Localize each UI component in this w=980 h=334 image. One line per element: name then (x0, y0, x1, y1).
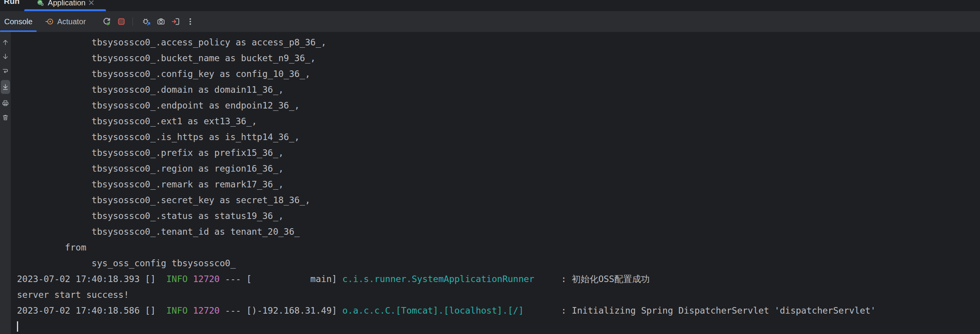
thread-dump-icon (156, 17, 166, 26)
console-line: tbsysossco0_.region as region16_36_, (17, 161, 980, 177)
rerun-icon (102, 17, 111, 26)
tab-actuator[interactable]: Actuator (41, 11, 90, 32)
console-gutter (0, 32, 11, 334)
log-message: : 初始化OSS配置成功 (534, 274, 649, 284)
console-line: tbsysossco0_.remark as remark17_36_, (17, 177, 980, 192)
tab-console[interactable]: Console (0, 11, 37, 32)
print-button[interactable] (1, 98, 10, 108)
spring-boot-icon (37, 0, 44, 7)
log-pid: 12720 (188, 306, 220, 316)
soft-wrap-button[interactable] (1, 66, 10, 76)
console-line: tbsysossco0_.endpoint as endpoin12_36_, (17, 98, 980, 114)
run-header: Run Application (0, 0, 980, 11)
console-line: from (17, 240, 980, 256)
more-options-button[interactable] (185, 16, 196, 27)
attach-debugger-icon (142, 17, 151, 26)
console-line: tbsysossco0_.is_https as is_http14_36_, (17, 129, 980, 145)
log-timestamp: 2023-07-02 17:40:18.393 [] (17, 274, 166, 284)
console-line: tbsysossco0_.access_key as access_k7_36_… (17, 32, 980, 35)
attach-debugger-button[interactable] (141, 16, 152, 27)
exit-button[interactable] (170, 16, 181, 27)
log-pid: 12720 (188, 274, 220, 284)
log-thread: --- [)-192.168.31.49] (220, 306, 342, 316)
tab-console-label: Console (4, 17, 32, 26)
log-logger: c.i.s.runner.SystemApplicationRunner (342, 274, 535, 284)
clear-all-button[interactable] (1, 112, 10, 122)
console-line: tbsysossco0_.domain as domain11_36_, (17, 82, 980, 98)
scroll-to-end-icon (2, 83, 9, 91)
console-tab-indicator (0, 30, 37, 32)
tab-application[interactable]: Application (24, 0, 106, 10)
console-line: tbsysossco0_.bucket_name as bucket_n9_36… (17, 50, 980, 66)
console-line: tbsysossco0_.secret_key as secret_18_36_… (17, 192, 980, 208)
up-stack-trace-icon (2, 38, 9, 46)
log-message: : Initializing Spring DispatcherServlet … (524, 306, 876, 316)
close-icon[interactable] (89, 0, 94, 5)
console-line: tbsysossco0_.config_key as config_10_36_… (17, 66, 980, 82)
console-line: tbsysossco0_.access_policy as access_p8_… (17, 35, 980, 50)
log-line: 2023-07-02 17:40:18.586 [] INFO 12720 --… (17, 303, 980, 319)
tab-actuator-label: Actuator (57, 17, 86, 26)
tab-application-label: Application (48, 0, 86, 7)
actuator-icon (45, 17, 54, 26)
stop-button[interactable] (116, 16, 127, 27)
up-stack-trace-button[interactable] (1, 37, 10, 47)
log-level: INFO (166, 306, 188, 316)
log-logger: o.a.c.c.C.[Tomcat].[localhost].[/] (342, 306, 524, 316)
clear-all-icon (2, 114, 9, 121)
down-stack-trace-icon (2, 53, 9, 60)
console-line: server start success! (17, 287, 980, 303)
log-line: 2023-07-02 17:40:18.393 [] INFO 12720 --… (17, 271, 980, 287)
console-line: tbsysossco0_.status as status19_36_, (17, 208, 980, 224)
console-line: tbsysossco0_.tenant_id as tenant_20_36_ (17, 224, 980, 240)
scroll-to-end-button[interactable] (1, 80, 10, 94)
rerun-button[interactable] (101, 16, 112, 27)
log-level: INFO (166, 274, 188, 284)
more-options-icon (186, 17, 195, 26)
log-thread: --- [ main] (220, 274, 342, 284)
soft-wrap-icon (2, 67, 9, 75)
exit-icon (171, 17, 180, 26)
cursor-line (17, 321, 980, 334)
run-toolbar: Console Actuator (0, 11, 980, 32)
console-line: tbsysossco0_.ext1 as ext13_36_, (17, 114, 980, 129)
text-caret (17, 321, 18, 332)
window-title: Run (4, 0, 20, 6)
print-icon (2, 99, 9, 107)
down-stack-trace-button[interactable] (1, 52, 10, 62)
console-line: tbsysossco0_.prefix as prefix15_36_, (17, 145, 980, 161)
thread-dump-button[interactable] (155, 16, 167, 27)
stop-icon (117, 17, 126, 26)
console-line: sys_oss_config tbsysossco0_ (17, 256, 980, 271)
toolbar-separator (133, 17, 133, 26)
run-tool-window: Run Application Console (0, 0, 980, 334)
console-output[interactable]: tbsysossco0_.access_key as access_k7_36_… (11, 32, 980, 334)
console-panel: tbsysossco0_.access_key as access_k7_36_… (0, 32, 980, 334)
log-timestamp: 2023-07-02 17:40:18.586 [] (17, 306, 166, 316)
